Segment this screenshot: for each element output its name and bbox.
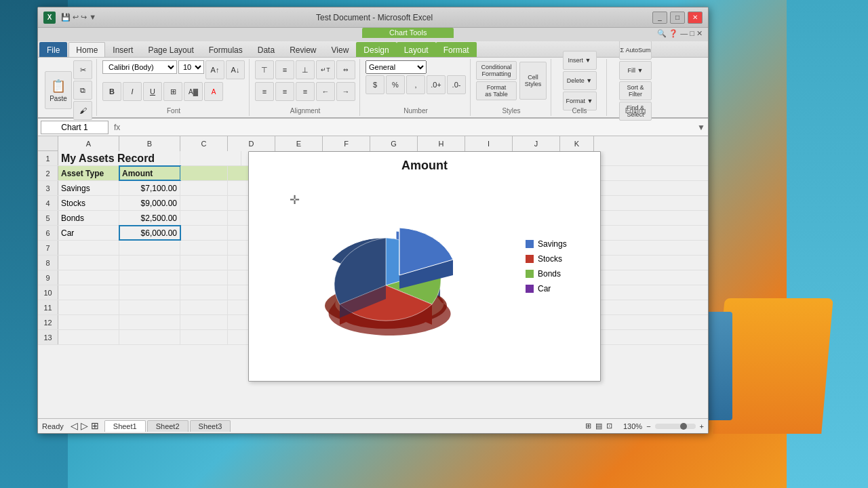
cell-c7[interactable] — [180, 241, 228, 255]
cell-styles-button[interactable]: CellStyles — [519, 62, 547, 100]
sheet-nav-prev[interactable]: ▷ — [81, 420, 88, 432]
cell-a3[interactable]: Savings — [58, 181, 119, 195]
cell-c2[interactable] — [180, 166, 228, 180]
tab-home[interactable]: Home — [68, 42, 105, 57]
tab-review[interactable]: Review — [282, 42, 323, 57]
wrap-text-button[interactable]: ↵T — [316, 60, 335, 79]
zoom-in-button[interactable]: + — [700, 422, 704, 430]
cell-b13[interactable] — [119, 330, 180, 344]
cell-a10[interactable] — [58, 285, 119, 300]
font-color-button[interactable]: A — [204, 82, 223, 101]
increase-indent-button[interactable]: → — [336, 82, 355, 101]
font-size-selector[interactable]: 10 — [178, 60, 204, 74]
view-layout-icon[interactable]: ▤ — [595, 422, 602, 430]
cell-a13[interactable] — [58, 330, 119, 344]
cell-a5[interactable]: Bonds — [58, 211, 119, 225]
tab-formulas[interactable]: Formulas — [201, 42, 250, 57]
cell-c4[interactable] — [180, 196, 228, 210]
cell-b7[interactable] — [119, 241, 180, 255]
currency-button[interactable]: $ — [366, 75, 384, 94]
chart-container[interactable]: Amount ✛ — [248, 151, 601, 382]
cell-a9[interactable] — [58, 270, 119, 285]
decrease-font-button[interactable]: A↓ — [226, 60, 245, 79]
paste-button[interactable]: 📋 Paste — [45, 71, 72, 109]
sheet-tab-1[interactable]: Sheet1 — [104, 420, 146, 432]
zoom-slider[interactable] — [655, 424, 696, 429]
cell-a11[interactable] — [58, 300, 119, 314]
cell-c10[interactable] — [180, 285, 228, 300]
minimize-button[interactable]: _ — [652, 12, 667, 24]
tab-insert[interactable]: Insert — [105, 42, 140, 57]
format-painter-button[interactable]: 🖌 — [73, 101, 92, 120]
cell-b10[interactable] — [119, 285, 180, 300]
name-box[interactable] — [41, 121, 108, 134]
number-format-selector[interactable]: General — [366, 60, 427, 74]
cell-b3[interactable]: $7,100.00 — [119, 181, 180, 195]
tab-page-layout[interactable]: Page Layout — [140, 42, 201, 57]
increase-decimal-button[interactable]: .0+ — [427, 75, 446, 94]
underline-button[interactable]: U — [143, 82, 162, 101]
decrease-indent-button[interactable]: ← — [316, 82, 335, 101]
align-right-button[interactable]: ≡ — [296, 82, 315, 101]
sheet-tab-3[interactable]: Sheet3 — [190, 420, 231, 432]
sheet-nav-right[interactable]: ⊞ — [91, 420, 99, 432]
cell-b8[interactable] — [119, 256, 180, 270]
tab-view[interactable]: View — [324, 42, 357, 57]
view-pagebreak-icon[interactable]: ⊡ — [606, 422, 612, 430]
fill-color-button[interactable]: A▓ — [184, 82, 203, 101]
tab-design[interactable]: Design — [356, 42, 396, 57]
sheet-nav-left[interactable]: ◁ — [71, 420, 78, 432]
merge-center-button[interactable]: ⇔ — [336, 60, 355, 79]
align-bottom-button[interactable]: ⊥ — [296, 60, 315, 79]
cell-c12[interactable] — [180, 315, 228, 329]
cell-b11[interactable] — [119, 300, 180, 314]
align-left-button[interactable]: ≡ — [255, 82, 274, 101]
cell-a6[interactable]: Car — [58, 226, 119, 240]
cell-b6[interactable]: $6,000.00 — [119, 226, 180, 240]
cell-c8[interactable] — [180, 256, 228, 270]
cell-b9[interactable] — [119, 270, 180, 285]
cell-b2[interactable]: Amount — [119, 166, 180, 180]
cell-c11[interactable] — [180, 300, 228, 314]
cell-c13[interactable] — [180, 330, 228, 344]
cell-b5[interactable]: $2,500.00 — [119, 211, 180, 225]
tab-format[interactable]: Format — [436, 42, 477, 57]
sheet-tab-2[interactable]: Sheet2 — [147, 420, 189, 432]
percent-button[interactable]: % — [386, 75, 405, 94]
view-normal-icon[interactable]: ⊞ — [585, 422, 591, 430]
copy-button[interactable]: ⧉ — [73, 81, 92, 100]
cut-button[interactable]: ✂ — [73, 60, 92, 79]
formula-expand-button[interactable]: ▼ — [697, 123, 705, 132]
fill-button[interactable]: Fill ▼ — [619, 61, 652, 80]
cell-b12[interactable] — [119, 315, 180, 329]
cell-c5[interactable] — [180, 211, 228, 225]
delete-cells-button[interactable]: Delete ▼ — [563, 71, 597, 90]
cell-a4[interactable]: Stocks — [58, 196, 119, 210]
sort-filter-button[interactable]: Sort & Filter — [619, 81, 652, 100]
cell-a1[interactable]: My Assets Record — [58, 151, 180, 165]
cell-a7[interactable] — [58, 241, 119, 255]
decrease-decimal-button[interactable]: .0- — [447, 75, 466, 94]
insert-cells-button[interactable]: Insert ▼ — [563, 51, 597, 70]
cell-a8[interactable] — [58, 256, 119, 270]
font-name-selector[interactable]: Calibri (Body) — [102, 60, 177, 74]
align-middle-button[interactable]: ≡ — [275, 60, 294, 79]
border-button[interactable]: ⊞ — [163, 82, 182, 101]
cell-c9[interactable] — [180, 270, 228, 285]
tab-layout[interactable]: Layout — [397, 42, 436, 57]
conditional-formatting-button[interactable]: ConditionalFormatting — [476, 61, 517, 80]
align-center-button[interactable]: ≡ — [275, 82, 294, 101]
align-top-button[interactable]: ⊤ — [255, 60, 274, 79]
bold-button[interactable]: B — [102, 82, 121, 101]
close-button[interactable]: ✕ — [688, 12, 703, 24]
tab-data[interactable]: Data — [250, 42, 282, 57]
cell-b4[interactable]: $9,000.00 — [119, 196, 180, 210]
comma-button[interactable]: , — [406, 75, 425, 94]
format-as-table-button[interactable]: Formatas Table — [476, 81, 517, 100]
cell-c3[interactable] — [180, 181, 228, 195]
cell-a12[interactable] — [58, 315, 119, 329]
maximize-button[interactable]: □ — [670, 12, 685, 24]
cell-a2[interactable]: Asset Type — [58, 166, 119, 180]
tab-file[interactable]: File — [39, 42, 67, 57]
cell-c6[interactable] — [180, 226, 228, 240]
